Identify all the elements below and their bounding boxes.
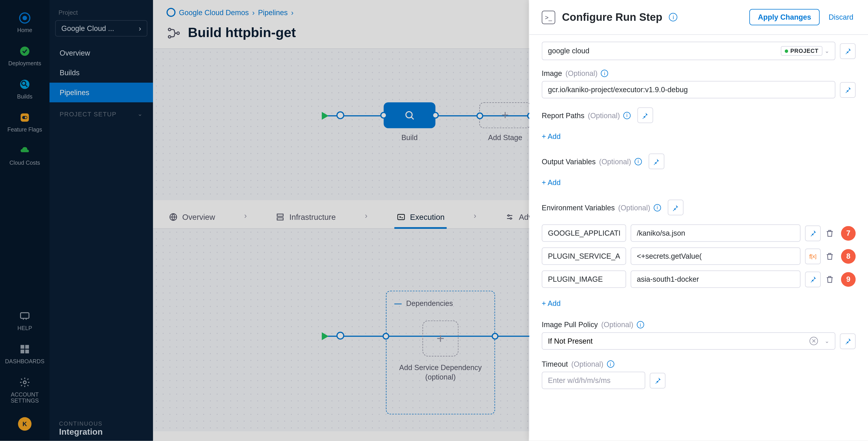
optional-text: (Optional) xyxy=(601,321,633,329)
pin-button[interactable] xyxy=(668,199,684,215)
delete-env-var-button[interactable] xyxy=(825,229,837,238)
panel-body[interactable]: google cloud PROJECT ⌄ Image (Optional) … xyxy=(529,35,868,441)
status-dot-icon xyxy=(785,49,788,53)
timeout-label: Timeout xyxy=(542,360,568,368)
svg-point-16 xyxy=(168,36,171,38)
image-input[interactable] xyxy=(542,81,835,98)
tab-overview[interactable]: Overview xyxy=(166,208,217,228)
env-var-key-input[interactable] xyxy=(542,224,626,242)
pin-button[interactable] xyxy=(638,107,653,123)
env-var-key-input[interactable] xyxy=(542,271,626,288)
pull-policy-select[interactable]: If Not Present ✕ ⌄ xyxy=(542,332,835,350)
svg-point-14 xyxy=(23,381,26,384)
module-name: Integration xyxy=(59,427,103,436)
svg-rect-9 xyxy=(21,313,29,318)
rail-dashboards[interactable]: DASHBOARDS xyxy=(0,337,50,370)
rail-feature-flags[interactable]: Feature Flags xyxy=(0,105,50,138)
env-vars-add-button[interactable]: + Add xyxy=(542,299,561,308)
pipeline-icon xyxy=(166,26,180,39)
tab-execution[interactable]: Execution xyxy=(394,208,447,228)
add-stage-label: Add Stage xyxy=(479,133,531,141)
configure-step-panel: >_ Configure Run Step i Apply Changes Di… xyxy=(529,0,868,441)
pipeline-start-icon xyxy=(322,112,329,120)
container-registry-select[interactable]: google cloud PROJECT ⌄ xyxy=(542,41,835,60)
rail-home-label: Home xyxy=(17,27,32,33)
env-var-key-input[interactable] xyxy=(542,247,626,265)
sidebar-item-pipelines[interactable]: Pipelines xyxy=(50,83,153,102)
env-var-value-input[interactable] xyxy=(631,247,801,265)
pin-button[interactable] xyxy=(805,225,821,241)
pin-button[interactable] xyxy=(650,373,665,388)
expression-button[interactable]: f[x] xyxy=(805,248,821,264)
dependencies-group[interactable]: —Dependencies + Add Service Dependency (… xyxy=(386,291,495,415)
info-icon[interactable]: i xyxy=(634,158,642,165)
rail-home[interactable]: Home xyxy=(0,6,50,39)
timeout-input[interactable] xyxy=(542,372,645,389)
delete-env-var-button[interactable] xyxy=(825,275,837,284)
svg-point-17 xyxy=(177,32,179,34)
execution-icon xyxy=(397,213,405,222)
rail-help[interactable]: HELP xyxy=(0,304,50,337)
breadcrumb-project[interactable]: Google Cloud Demos xyxy=(179,8,249,17)
rail-settings-label: ACCOUNT SETTINGS xyxy=(0,391,50,404)
info-icon[interactable]: i xyxy=(623,112,630,119)
pin-button[interactable] xyxy=(840,333,856,349)
panel-title: Configure Run Step xyxy=(562,11,662,24)
info-icon[interactable]: i xyxy=(669,13,677,21)
info-icon[interactable]: i xyxy=(607,360,614,368)
stage-build-label: Build xyxy=(383,133,435,141)
rail-deployments[interactable]: Deployments xyxy=(0,39,50,72)
chevron-right-icon: › xyxy=(139,24,141,33)
exec-start-node xyxy=(336,332,344,340)
info-icon[interactable]: i xyxy=(637,321,644,328)
project-selector[interactable]: Google Cloud ... › xyxy=(55,20,147,37)
svg-point-8 xyxy=(25,117,27,119)
delete-env-var-button[interactable] xyxy=(825,252,837,261)
output-vars-add-button[interactable]: + Add xyxy=(542,178,561,187)
rail-builds[interactable]: Builds xyxy=(0,72,50,105)
rail-cloud-costs[interactable]: Cloud Costs xyxy=(0,138,50,171)
info-icon[interactable]: i xyxy=(654,204,661,211)
minus-icon: — xyxy=(395,299,402,308)
project-setup-label: PROJECT SETUP xyxy=(60,111,117,117)
breadcrumb-pipelines[interactable]: Pipelines xyxy=(258,8,287,17)
info-icon[interactable]: i xyxy=(601,70,608,77)
pin-button[interactable] xyxy=(840,43,856,59)
svg-point-2 xyxy=(20,46,29,56)
add-dependency-label: Add Service Dependency (optional) xyxy=(386,363,495,382)
project-label: Project xyxy=(50,7,153,18)
rail-builds-label: Builds xyxy=(17,93,33,99)
pin-button[interactable] xyxy=(649,153,664,169)
clear-icon[interactable]: ✕ xyxy=(809,337,818,345)
user-avatar[interactable]: K xyxy=(18,417,32,431)
pipeline-start-node xyxy=(336,112,344,119)
sidebar-item-overview[interactable]: Overview xyxy=(50,43,153,63)
settings-icon xyxy=(18,376,32,389)
add-stage-node[interactable]: + xyxy=(479,102,531,128)
chevron-down-icon: ⌄ xyxy=(825,338,829,344)
pin-button[interactable] xyxy=(805,271,821,287)
project-sidebar: Project Google Cloud ... › Overview Buil… xyxy=(50,0,153,441)
sidebar-item-builds[interactable]: Builds xyxy=(50,63,153,83)
rail-account-settings[interactable]: ACCOUNT SETTINGS xyxy=(0,370,50,409)
add-dependency-node[interactable]: + xyxy=(423,321,458,356)
optional-text: (Optional) xyxy=(599,157,631,166)
env-var-value-input[interactable] xyxy=(631,271,801,288)
pull-policy-label: Image Pull Policy xyxy=(542,321,598,329)
report-paths-add-button[interactable]: + Add xyxy=(542,132,561,140)
container-registry-value: google cloud xyxy=(548,47,777,55)
discard-button[interactable]: Discard xyxy=(827,9,856,25)
stage-build-node[interactable] xyxy=(383,102,435,128)
pin-button[interactable] xyxy=(840,82,856,98)
optional-text: (Optional) xyxy=(618,203,650,212)
harness-logo-icon xyxy=(18,11,32,25)
svg-point-24 xyxy=(508,215,509,216)
svg-rect-12 xyxy=(21,350,24,353)
project-setup-toggle[interactable]: PROJECT SETUP ⌄ xyxy=(50,102,153,125)
tab-infrastructure[interactable]: Infrastructure xyxy=(274,208,338,228)
apply-changes-button[interactable]: Apply Changes xyxy=(749,9,819,25)
optional-text: (Optional) xyxy=(565,69,597,77)
rail-help-label: HELP xyxy=(18,325,32,331)
env-var-value-input[interactable] xyxy=(631,224,801,242)
svg-line-19 xyxy=(411,117,414,119)
